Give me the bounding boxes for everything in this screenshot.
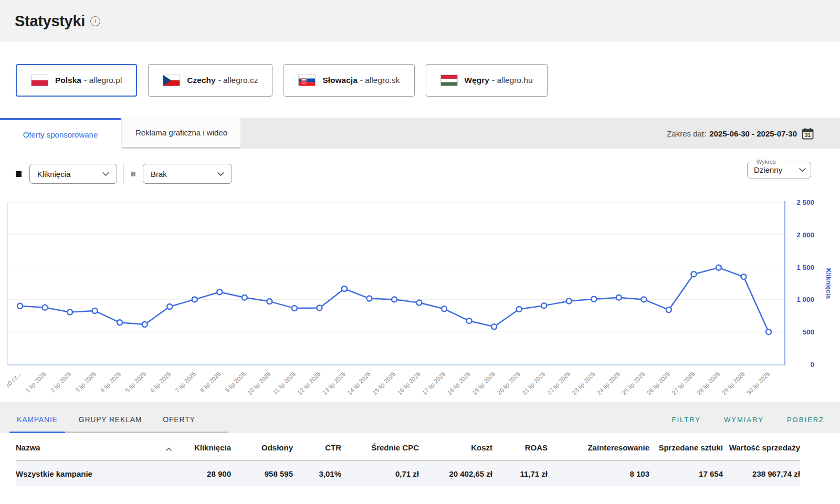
tab-reklama-graficzna-i-wideo[interactable]: Reklama graficzna i wideo — [122, 118, 240, 149]
report-section-bar: KAMPANIEGRUPY REKLAMOFERTY FILTRYWYMIARY… — [0, 402, 840, 433]
data-point[interactable] — [167, 304, 172, 309]
data-point[interactable] — [566, 298, 572, 303]
x-tick-label: 11 lip 2025 — [272, 371, 297, 396]
data-point[interactable] — [691, 271, 696, 277]
column-header-label: Nazwa — [16, 443, 40, 453]
data-point[interactable] — [192, 297, 197, 302]
row-value-cell: 8 103 — [548, 460, 649, 486]
row-name-cell: Wszystkie kampanie — [16, 460, 178, 486]
data-point[interactable] — [17, 303, 23, 309]
column-header-średnie-cpc[interactable]: Średnie CPC — [341, 433, 419, 460]
content-area: Kliknięcia Brak Wykres Dzienny 05001 000… — [0, 149, 840, 402]
data-point[interactable] — [267, 299, 272, 304]
column-header-ctr[interactable]: CTR — [293, 433, 341, 460]
data-point[interactable] — [217, 289, 222, 295]
row-value-cell: 11,71 zł — [492, 460, 548, 486]
x-tick-label: 2 lip 2025 — [49, 371, 72, 394]
market-name: Słowacja — [322, 76, 357, 85]
x-tick-label: 18 lip 2025 — [446, 371, 471, 396]
data-point[interactable] — [117, 320, 122, 325]
data-point[interactable] — [467, 318, 472, 323]
x-tick-label: 7 lip 2025 — [174, 371, 197, 394]
tab-label: Reklama graficzna i wideo — [135, 128, 227, 137]
market-button-hu[interactable]: Węgry- allegro.hu — [426, 64, 548, 97]
market-name: Węgry — [465, 76, 489, 85]
page-header: Statystyki i — [0, 0, 840, 42]
x-tick-label: 30 cz... — [7, 371, 22, 389]
x-tick-label: 17 lip 2025 — [421, 371, 446, 396]
data-point[interactable] — [591, 297, 596, 302]
data-point[interactable] — [92, 308, 98, 313]
x-tick-label: 9 lip 2025 — [224, 371, 247, 394]
data-point[interactable] — [716, 265, 721, 270]
chart-type-select[interactable]: Wykres Dzienny — [747, 159, 811, 178]
data-point[interactable] — [491, 324, 497, 329]
x-tick-label: 13 lip 2025 — [321, 371, 346, 396]
info-icon[interactable]: i — [90, 16, 100, 26]
action-pobierz[interactable]: POBIERZ — [787, 416, 824, 424]
calendar-icon[interactable]: 31 — [802, 128, 814, 140]
column-header-odsłony[interactable]: Odsłony — [231, 433, 293, 460]
row-value-cell: 20 402,65 zł — [419, 460, 492, 486]
data-point[interactable] — [417, 300, 422, 306]
data-point[interactable] — [442, 306, 447, 311]
main-tabstrip: Oferty sponsorowane Reklama graficzna i … — [0, 118, 840, 149]
column-header-koszt[interactable]: Koszt — [419, 433, 492, 460]
y-tick-label: 1 000 — [796, 296, 814, 303]
cz-flag-icon — [163, 75, 180, 86]
report-tab-oferty[interactable]: OFERTY — [162, 415, 196, 432]
table-row[interactable]: Wszystkie kampanie28 900958 5953,01%0,71… — [16, 460, 800, 486]
action-filtry[interactable]: FILTRY — [671, 416, 701, 424]
data-point[interactable] — [517, 307, 522, 312]
y-axis-title: Kliknięcia — [825, 268, 832, 299]
column-header-kliknięcia[interactable]: Kliknięcia — [178, 433, 231, 460]
market-button-cz[interactable]: Czechy- allegro.cz — [148, 64, 272, 97]
page-title: Statystyki — [15, 13, 85, 30]
metric-select[interactable]: Kliknięcia — [29, 164, 117, 184]
x-tick-label: 4 lip 2025 — [99, 371, 122, 394]
line-chart: 05001 0001 5002 0002 50030 cz...1 lip 20… — [7, 197, 833, 402]
x-tick-label: 26 lip 2025 — [646, 371, 671, 396]
x-tick-label: 27 lip 2025 — [671, 371, 696, 396]
report-tab-kampanie[interactable]: KAMPANIE — [16, 415, 59, 432]
chevron-down-icon — [799, 167, 806, 172]
data-point[interactable] — [741, 274, 746, 279]
compare-select-value: Brak — [151, 170, 167, 178]
data-point[interactable] — [641, 297, 646, 302]
report-tab-grupy-reklam[interactable]: GRUPY REKLAM — [78, 415, 143, 432]
data-point[interactable] — [317, 305, 322, 310]
data-point[interactable] — [242, 295, 247, 300]
tab-oferty-sponsorowane[interactable]: Oferty sponsorowane — [0, 118, 121, 149]
data-point[interactable] — [541, 303, 547, 308]
column-header-wartość-sprzedaży[interactable]: Wartość sprzedaży — [723, 433, 800, 460]
x-tick-label: 23 lip 2025 — [571, 371, 596, 396]
x-tick-label: 16 lip 2025 — [396, 371, 422, 396]
data-point[interactable] — [142, 322, 148, 327]
market-button-pl[interactable]: Polska- allegro.pl — [16, 64, 137, 97]
data-point[interactable] — [366, 296, 372, 301]
data-point[interactable] — [67, 310, 72, 315]
column-header-sprzedane-sztuki[interactable]: Sprzedane sztuki — [649, 433, 723, 460]
sort-ascending-icon[interactable] — [165, 447, 172, 452]
x-tick-label: 25 lip 2025 — [621, 371, 646, 396]
action-wymiary[interactable]: WYMIARY — [724, 416, 764, 424]
column-header-nazwa[interactable]: Nazwa — [16, 433, 178, 460]
data-point[interactable] — [392, 297, 397, 302]
market-name: Czechy — [187, 76, 215, 85]
x-tick-label: 1 lip 2025 — [24, 371, 47, 394]
date-range-picker[interactable]: Zakres dat: 2025-06-30 - 2025-07-30 31 — [667, 118, 814, 149]
sk-flag-icon — [298, 75, 316, 86]
market-domain: - allegro.pl — [84, 76, 122, 85]
data-point[interactable] — [766, 329, 771, 334]
market-button-sk[interactable]: Słowacja- allegro.sk — [284, 64, 414, 97]
data-point[interactable] — [342, 286, 347, 291]
data-point[interactable] — [43, 305, 48, 310]
data-point[interactable] — [292, 306, 297, 311]
data-point[interactable] — [616, 295, 622, 300]
column-header-roas[interactable]: ROAS — [492, 433, 548, 460]
market-domain: - allegro.cz — [218, 76, 258, 85]
compare-select[interactable]: Brak — [143, 164, 232, 184]
y-tick-label: 1 500 — [796, 264, 814, 271]
data-point[interactable] — [666, 307, 671, 312]
column-header-zainteresowanie[interactable]: Zainteresowanie — [548, 433, 649, 460]
